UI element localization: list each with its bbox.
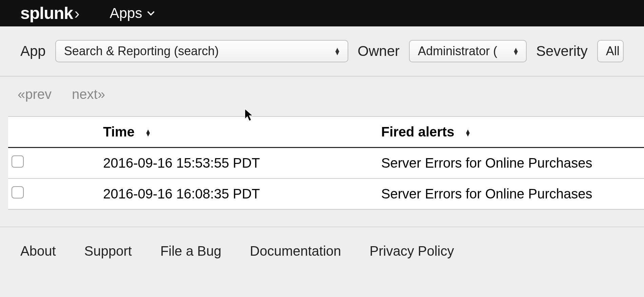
header-fired-label: Fired alerts xyxy=(381,124,454,139)
apps-menu-label: Apps xyxy=(110,5,142,21)
footer-privacy[interactable]: Privacy Policy xyxy=(370,243,454,259)
logo-arrow-icon: › xyxy=(74,4,79,22)
app-select[interactable]: Search & Reporting (search) ▲▼ xyxy=(55,40,348,62)
alerts-table: Time ▲▼ Fired alerts ▲▼ 2016-09-16 15:53… xyxy=(8,117,644,210)
filter-row: App Search & Reporting (search) ▲▼ Owner… xyxy=(0,26,644,77)
row-checkbox[interactable] xyxy=(12,155,24,168)
row-checkbox[interactable] xyxy=(12,186,24,198)
header-time[interactable]: Time ▲▼ xyxy=(103,117,381,148)
table-row: 2016-09-16 15:53:55 PDT Server Errors fo… xyxy=(8,148,644,179)
app-filter-label: App xyxy=(20,43,46,59)
footer-file-bug[interactable]: File a Bug xyxy=(160,243,221,259)
footer-support[interactable]: Support xyxy=(84,243,132,259)
header-fired-alerts[interactable]: Fired alerts ▲▼ xyxy=(381,117,644,148)
footer: About Support File a Bug Documentation P… xyxy=(0,227,644,275)
header-time-label: Time xyxy=(103,124,135,139)
cell-time: 2016-09-16 16:08:35 PDT xyxy=(103,178,381,209)
splunk-logo: splunk› xyxy=(20,3,79,23)
header-checkbox-col xyxy=(8,117,103,148)
owner-filter-label: Owner xyxy=(358,43,400,59)
pager-row: «prev next» xyxy=(0,77,644,116)
severity-select-value: All xyxy=(606,44,620,58)
footer-about[interactable]: About xyxy=(20,243,56,259)
prev-link[interactable]: «prev xyxy=(18,87,52,102)
severity-select[interactable]: All xyxy=(597,40,624,62)
app-select-value: Search & Reporting (search) xyxy=(64,44,219,58)
cell-alert[interactable]: Server Errors for Online Purchases xyxy=(381,148,644,179)
logo-text: splunk xyxy=(20,3,73,23)
select-arrows-icon: ▲▼ xyxy=(512,48,519,55)
apps-menu[interactable]: Apps xyxy=(110,5,156,21)
footer-documentation[interactable]: Documentation xyxy=(250,243,341,259)
chevron-down-icon xyxy=(146,8,156,18)
sort-icon: ▲▼ xyxy=(145,129,151,137)
select-arrows-icon: ▲▼ xyxy=(334,48,341,55)
top-bar: splunk› Apps xyxy=(0,0,644,26)
table-row: 2016-09-16 16:08:35 PDT Server Errors fo… xyxy=(8,178,644,209)
alerts-table-wrap: Time ▲▼ Fired alerts ▲▼ 2016-09-16 15:53… xyxy=(8,116,644,210)
owner-select-value: Administrator ( xyxy=(418,44,497,58)
next-link[interactable]: next» xyxy=(72,87,105,102)
owner-select[interactable]: Administrator ( ▲▼ xyxy=(409,40,527,62)
sort-icon: ▲▼ xyxy=(465,129,471,137)
table-header-row: Time ▲▼ Fired alerts ▲▼ xyxy=(8,117,644,148)
cell-alert[interactable]: Server Errors for Online Purchases xyxy=(381,178,644,209)
severity-filter-label: Severity xyxy=(536,43,588,59)
cell-time: 2016-09-16 15:53:55 PDT xyxy=(103,148,381,179)
